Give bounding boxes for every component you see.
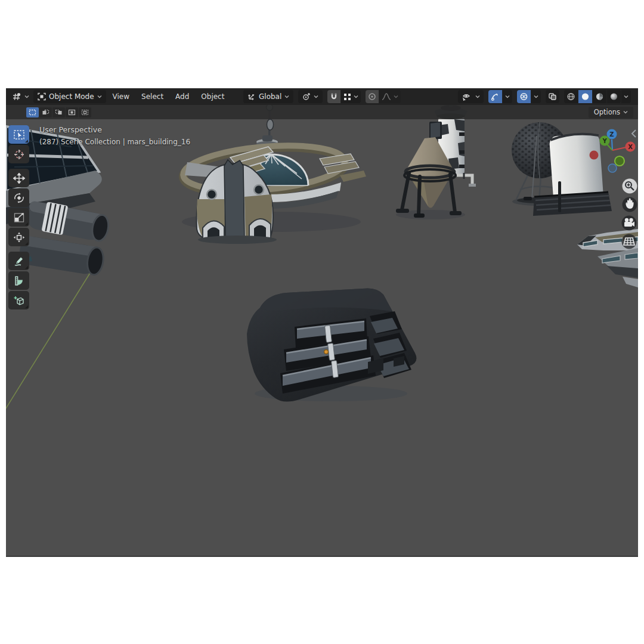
shading-solid-button[interactable]: [578, 90, 592, 103]
xray-wrap: [546, 90, 559, 103]
shading-wireframe-button[interactable]: [564, 90, 578, 103]
tool-rotate[interactable]: [8, 188, 29, 207]
menu-view[interactable]: View: [107, 88, 135, 105]
xray-toggle[interactable]: [546, 90, 559, 103]
gizmos-dropdown[interactable]: [503, 90, 512, 103]
proportional-editing-toggle[interactable]: [366, 90, 379, 103]
snap-toggle-button[interactable]: [327, 90, 340, 103]
select-extend-icon: [42, 109, 49, 116]
select-set-icon: [29, 109, 36, 116]
mode-dropdown[interactable]: Object Mode: [33, 90, 106, 103]
xray-icon: [548, 92, 557, 101]
menu-add[interactable]: Add: [170, 88, 194, 105]
proportional-circle-icon: [368, 92, 376, 101]
object-origin-dot: [324, 350, 329, 354]
chevron-down-icon: [505, 95, 510, 98]
overlays-dropdown[interactable]: [531, 90, 541, 103]
transform-icon: [13, 232, 25, 243]
gizmo-neg-x-ball[interactable]: [590, 151, 599, 160]
select-mode-intersect-button[interactable]: [79, 107, 91, 117]
toolbar: [8, 125, 29, 309]
annotate-pencil-icon: [13, 256, 25, 267]
viewport-info-overlay: User Perspective (287) Scene Collection …: [39, 125, 190, 146]
dome-habitat[interactable]: [181, 104, 366, 244]
select-intersect-icon: [81, 109, 89, 116]
proportional-falloff-dropdown[interactable]: [379, 90, 401, 103]
scale-icon: [13, 212, 25, 223]
overlays-sphere-icon: [519, 92, 528, 101]
ortho-grid-button[interactable]: [622, 234, 637, 249]
shading-rendered-button[interactable]: [607, 90, 621, 103]
tool-annotate[interactable]: [8, 252, 29, 270]
solid-sphere-icon: [581, 92, 590, 101]
proportional-editing-group: [366, 90, 401, 103]
select-box-icon: [13, 129, 25, 140]
mars-building-16-selected[interactable]: [247, 288, 416, 401]
viewport-header: Object Mode View Select Add Object Globa…: [6, 88, 638, 105]
orientation-label: Global: [259, 92, 281, 101]
menu-select[interactable]: Select: [136, 88, 169, 105]
show-gizmos-toggle[interactable]: [488, 90, 502, 103]
editor-type-icon: [12, 92, 21, 101]
tool-select-box[interactable]: [8, 125, 29, 144]
options-button[interactable]: Options: [589, 107, 633, 118]
object-mode-icon: [38, 92, 46, 101]
chevron-down-icon: [624, 95, 628, 98]
viewport-nav-buttons: [622, 179, 637, 249]
select-mode-buttons: [26, 107, 91, 117]
object-visibility-dropdown[interactable]: [458, 90, 484, 103]
zoom-view-button[interactable]: [623, 179, 637, 194]
select-mode-set-button[interactable]: [26, 107, 39, 117]
chevron-down-icon: [475, 95, 480, 98]
tool-measure[interactable]: [8, 271, 29, 290]
select-mode-invert-button[interactable]: [66, 107, 78, 117]
shading-material-button[interactable]: [593, 90, 606, 103]
editor-type-button[interactable]: [9, 90, 32, 103]
tool-transform[interactable]: [8, 228, 29, 246]
snap-dots-grid-icon: [343, 93, 351, 101]
tool-move[interactable]: [8, 169, 29, 187]
tool-add-cube[interactable]: [8, 291, 29, 309]
chevron-down-icon: [534, 95, 538, 98]
snap-target-dropdown[interactable]: [341, 90, 361, 103]
shading-group: [564, 90, 631, 103]
select-mode-subtract-button[interactable]: [52, 107, 65, 117]
gizmo-y-label: Y: [602, 138, 607, 144]
cursor-3d-icon: [13, 149, 25, 160]
rotate-icon: [13, 193, 25, 203]
chevron-down-icon: [97, 95, 102, 98]
pivot-point-dropdown[interactable]: [298, 90, 323, 103]
overlays-group: [517, 90, 541, 103]
eye-cursor-icon: [462, 92, 472, 101]
measure-icon: [13, 275, 25, 286]
move-icon: [13, 173, 25, 184]
gizmo-arc-icon: [491, 92, 500, 101]
snapping-group: [327, 90, 361, 103]
tool-scale[interactable]: [8, 208, 29, 227]
transform-orientation-dropdown[interactable]: Global: [243, 90, 293, 103]
viewport-3d-scene[interactable]: Z Y X: [6, 88, 638, 556]
sidebar-toggle-chevron[interactable]: [632, 130, 636, 137]
gizmo-neg-y-ball[interactable]: [615, 156, 624, 166]
shading-dropdown[interactable]: [621, 90, 631, 103]
select-mode-extend-button[interactable]: [39, 107, 52, 117]
show-overlays-toggle[interactable]: [517, 90, 531, 103]
chevron-down-icon: [623, 110, 628, 114]
view-name-label: User Perspective: [39, 125, 190, 134]
mode-label: Object Mode: [49, 92, 94, 101]
add-cube-icon: [13, 295, 25, 306]
tool-cursor[interactable]: [8, 145, 29, 163]
camera-view-button[interactable]: [622, 216, 637, 231]
options-label: Options: [594, 108, 620, 116]
menu-object[interactable]: Object: [196, 88, 230, 105]
active-object-label: (287) Scene Collection | mars_building_1…: [39, 138, 190, 146]
gizmo-neg-z-ball[interactable]: [608, 164, 617, 172]
rendered-sphere-icon: [609, 92, 618, 101]
select-subtract-icon: [55, 109, 63, 116]
wireframe-sphere-icon: [566, 92, 575, 101]
pan-view-button[interactable]: [623, 197, 637, 212]
chevron-down-icon: [314, 95, 318, 98]
magnet-icon: [330, 92, 338, 101]
gizmo-x-label: X: [628, 144, 633, 150]
pivot-point-icon: [302, 92, 311, 101]
